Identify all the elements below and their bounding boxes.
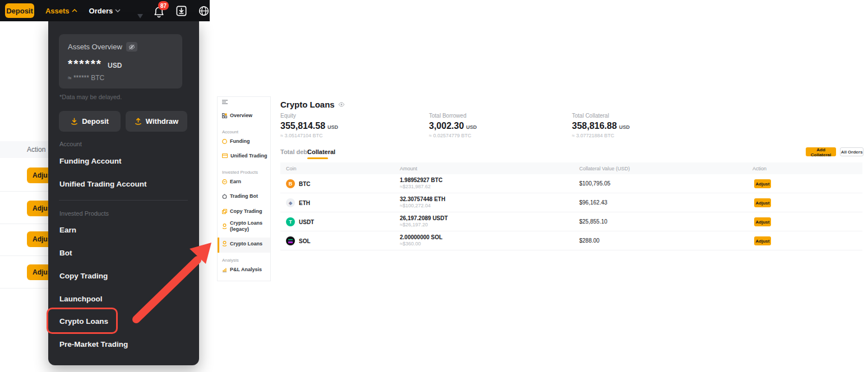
download-app-icon[interactable] [176, 4, 187, 17]
divider [280, 250, 862, 250]
stat-sub: ≈ 3.05147104 BTC [280, 133, 338, 138]
coin-name: ETH [299, 200, 310, 206]
sidebar-item-trading-bot[interactable]: Trading Bot [222, 193, 269, 199]
sidebar-item-pnl-analysis[interactable]: P&L Analysis [222, 267, 269, 272]
stat-equity: Equity 355,814.58USD ≈ 3.05147104 BTC [280, 113, 338, 138]
amount-value: 2.00000000 SOL [400, 234, 442, 240]
account-section-label: Account [59, 141, 82, 147]
sidebar-item-overview[interactable]: Overview [222, 113, 269, 118]
menu-item-launchpool[interactable]: Launchpool [59, 295, 103, 303]
hide-balance-toggle[interactable] [126, 42, 137, 52]
deposit-button[interactable]: Deposit [5, 3, 34, 18]
adjust-button[interactable]: Adjust [754, 236, 771, 245]
sidebar-item-copy-trading[interactable]: Copy Trading [222, 208, 269, 214]
menu-item-unified-trading-account[interactable]: Unified Trading Account [59, 180, 147, 188]
add-collateral-button[interactable]: Add Collateral [806, 147, 836, 156]
masked-balance: ****** [68, 57, 102, 71]
nav-assets-menu[interactable]: Assets [45, 7, 77, 15]
sidebar-item-label: Unified Trading [230, 153, 267, 159]
btc-icon: B [286, 179, 295, 188]
stat-label: Equity [280, 113, 338, 119]
top-navbar: Deposit Assets Orders 87 [0, 0, 210, 21]
menu-item-copy-trading[interactable]: Copy Trading [59, 272, 108, 280]
globe-language-icon[interactable] [198, 4, 210, 17]
tab-collateral[interactable]: Collateral [307, 148, 335, 155]
menu-item-pre-market-trading[interactable]: Pre-Market Trading [59, 340, 128, 348]
sidebar-account-label: Account [222, 129, 238, 134]
amount-value: 26,197.2089 USDT [400, 215, 448, 221]
stat-value: 3,002.30 [429, 121, 464, 131]
sidebar-collapse-button[interactable] [222, 100, 269, 104]
menu-item-funding-account[interactable]: Funding Account [59, 157, 121, 165]
stat-sub: ≈ 0.02574779 BTC [429, 133, 477, 138]
crypto-loans-sidebar: Overview Account Funding Unified Trading… [217, 96, 271, 281]
visibility-eye-icon[interactable] [338, 102, 345, 107]
sidebar-item-funding[interactable]: Funding [222, 138, 269, 144]
sidebar-item-label: P&L Analysis [230, 267, 262, 272]
dropdown-withdraw-label: Withdraw [146, 117, 178, 125]
crypto-loans-icon [222, 241, 227, 247]
pnl-chart-icon [222, 267, 227, 272]
eye-off-icon [128, 44, 135, 50]
dropdown-deposit-button[interactable]: Deposit [59, 111, 121, 132]
divider [0, 288, 54, 289]
table-row: TUSDT 26,197.2089 USDT ≈$26,197.20 $25,8… [280, 212, 862, 231]
nav-orders-menu[interactable]: Orders [89, 7, 121, 15]
trading-bot-icon [222, 194, 227, 199]
stat-value: 355,814.58 [280, 121, 325, 131]
nav-orders-label: Orders [89, 7, 113, 15]
menu-item-crypto-loans[interactable]: Crypto Loans [59, 317, 108, 326]
background-table-header: Action [0, 141, 54, 158]
bell-icon [153, 11, 165, 21]
stat-value: 358,816.88 [572, 121, 617, 131]
trading-card-icon [222, 154, 228, 158]
stat-unit: USD [619, 124, 630, 130]
column-header-action: Action [752, 166, 767, 171]
eth-icon: ◆ [286, 198, 295, 207]
sidebar-item-earn[interactable]: Earn [222, 179, 269, 184]
assets-dropdown-panel: Assets Overview ****** USD ≈ ****** BTC … [48, 21, 199, 365]
dropdown-withdraw-button[interactable]: Withdraw [126, 111, 187, 132]
funding-coin-icon [222, 139, 227, 144]
amount-usd: ≈$360.00 [400, 241, 421, 247]
sidebar-item-unified-trading[interactable]: Unified Trading [222, 153, 269, 159]
page-title-text: Crypto Loans [280, 100, 335, 109]
amount-value: 32.30757448 ETH [400, 196, 445, 202]
avatar[interactable] [133, 4, 144, 18]
collateral-value: $100,795.05 [579, 180, 611, 187]
nav-assets-label: Assets [45, 7, 70, 15]
adjust-button[interactable]: Adjust [754, 179, 771, 188]
chevron-up-icon [72, 9, 77, 12]
usdt-icon: T [286, 217, 295, 226]
notification-badge: 87 [158, 1, 169, 10]
active-tab-underline [307, 157, 328, 159]
divider [0, 191, 54, 192]
adjust-button[interactable]: Adjust [754, 217, 771, 226]
divider [0, 224, 54, 224]
all-orders-button[interactable]: All Orders [840, 147, 864, 156]
copy-trading-icon [222, 209, 227, 214]
column-header-amount: Amount [400, 166, 417, 171]
stat-unit: USD [466, 124, 477, 130]
stat-unit: USD [327, 124, 338, 130]
coin-name: BTC [299, 181, 311, 187]
notifications-bell[interactable]: 87 [153, 3, 165, 18]
adjust-button[interactable]: Adjust [754, 198, 771, 207]
amount-usd: ≈$100,272.04 [400, 203, 431, 208]
sol-icon [286, 236, 295, 245]
tab-total-debt[interactable]: Total debt [280, 148, 310, 155]
stat-sub: ≈ 3.07721884 BTC [572, 133, 630, 138]
chevron-down-icon [115, 9, 121, 12]
masked-btc-balance: ≈ ****** BTC [68, 74, 173, 82]
menu-item-bot[interactable]: Bot [59, 249, 72, 257]
sidebar-item-label: Copy Trading [230, 208, 262, 214]
sidebar-item-crypto-loans-legacy[interactable]: Crypto Loans(legacy) [222, 220, 269, 232]
amount-usd: ≈$26,197.20 [400, 222, 428, 227]
invested-products-section-label: Invested Products [59, 210, 109, 217]
menu-item-earn[interactable]: Earn [59, 226, 76, 234]
sidebar-item-crypto-loans[interactable]: Crypto Loans [222, 241, 269, 247]
overview-grid-icon [222, 113, 227, 118]
data-delay-note: *Data may be delayed. [59, 94, 122, 100]
coin-name: SOL [299, 238, 311, 244]
stat-total-borrowed: Total Borrowed 3,002.30USD ≈ 0.02574779 … [429, 113, 477, 138]
